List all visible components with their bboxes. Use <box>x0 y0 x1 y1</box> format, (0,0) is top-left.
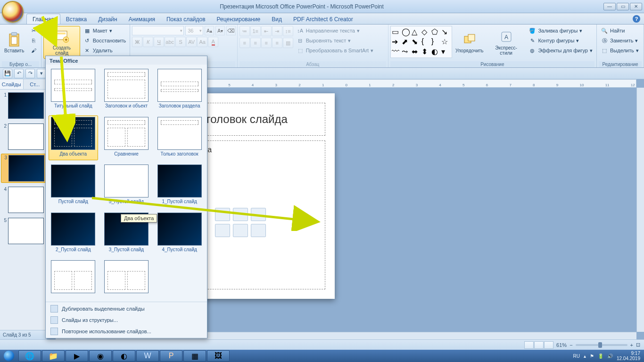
align-center-button[interactable]: ≡ <box>250 38 261 48</box>
shadow-button[interactable]: S <box>175 37 186 47</box>
tab-slideshow[interactable]: Показ слайдов <box>161 14 211 24</box>
insert-media-icon[interactable] <box>251 224 266 237</box>
taskbar-powerpoint[interactable]: P <box>160 350 182 362</box>
align-right-button[interactable]: ≡ <box>261 38 272 48</box>
slides-from-outline-item[interactable]: Слайды из структуры... <box>46 314 207 326</box>
indent-inc-button[interactable]: ⇥ <box>272 26 282 36</box>
reset-button[interactable]: ↺Восстановить <box>82 36 128 45</box>
minimize-button[interactable]: — <box>603 3 616 10</box>
find-button[interactable]: 🔍Найти <box>599 26 641 35</box>
paste-button[interactable]: Вставить <box>2 26 26 59</box>
insert-picture-icon[interactable] <box>215 224 230 237</box>
taskbar-app1[interactable]: ◐ <box>113 350 135 362</box>
save-button[interactable]: 💾 <box>3 69 12 78</box>
thumbnail-2[interactable]: 2 <box>1 123 46 151</box>
content-type-icons[interactable] <box>215 208 266 237</box>
zoom-out-button[interactable]: − <box>570 342 572 348</box>
arrange-button[interactable]: Упорядочить <box>454 26 486 59</box>
case-button[interactable]: Aa <box>197 37 207 47</box>
smartart-button[interactable]: ⬚Преобразовать в SmartArt ▾ <box>295 46 375 55</box>
new-slide-button[interactable]: ✦ Создать слайд <box>43 26 80 59</box>
taskbar-wmp[interactable]: ▶ <box>66 350 88 362</box>
close-button[interactable]: ✕ <box>630 3 642 10</box>
insert-table-icon[interactable] <box>215 208 230 221</box>
normal-view-button[interactable] <box>524 341 534 349</box>
layout-option-13[interactable] <box>102 259 151 299</box>
layout-option-4[interactable]: Сравнение <box>102 115 151 161</box>
slideshow-view-button[interactable] <box>544 341 553 349</box>
system-tray[interactable]: RU ▴ ⚑ 🔋 🔊 9:17 12.04.2019 <box>573 351 644 361</box>
reuse-slides-item[interactable]: Повторное использование слайдов... <box>46 326 207 337</box>
tab-review[interactable]: Рецензирование <box>211 14 266 24</box>
tray-icon-3[interactable]: 🔋 <box>598 354 603 359</box>
indent-dec-button[interactable]: ⇤ <box>261 26 272 36</box>
tab-view[interactable]: Вид <box>266 14 288 24</box>
shrink-font-button[interactable]: A▾ <box>215 26 225 35</box>
replace-button[interactable]: ⓐЗаменить ▾ <box>599 36 641 45</box>
layout-option-1[interactable]: Заголовок и объект <box>102 67 151 113</box>
qat-customize[interactable]: ▾ <box>37 69 46 78</box>
taskbar-chrome[interactable]: ◉ <box>89 350 112 362</box>
vertical-scrollbar[interactable] <box>636 88 644 332</box>
layout-option-8[interactable]: 1_Пустой слайд <box>155 163 204 208</box>
thumbnail-1[interactable]: 1 <box>1 91 46 120</box>
copy-button[interactable]: ⎘ <box>28 36 39 45</box>
shape-effects-button[interactable]: ◍Эффекты для фигур ▾ <box>527 46 594 55</box>
taskbar-word[interactable]: W <box>136 350 159 362</box>
tab-pdf[interactable]: PDF Architect 6 Creator <box>288 14 359 24</box>
align-text-button[interactable]: ⊟Выровнять текст ▾ <box>295 36 375 45</box>
zoom-in-button[interactable]: + <box>630 342 633 348</box>
clear-format-button[interactable]: ⌫ <box>226 26 236 35</box>
insert-clipart-icon[interactable] <box>233 224 248 237</box>
spacing-button[interactable]: AV <box>186 37 197 47</box>
zoom-slider[interactable] <box>576 344 627 346</box>
sorter-view-button[interactable] <box>534 341 544 349</box>
tab-insert[interactable]: Вставка <box>60 14 93 24</box>
grow-font-button[interactable]: A▴ <box>205 26 214 35</box>
tab-design[interactable]: Дизайн <box>92 14 123 24</box>
layout-option-5[interactable]: Только заголовок <box>155 115 204 161</box>
font-family-combo[interactable] <box>132 26 184 35</box>
taskbar-app3[interactable]: 🖼 <box>207 350 230 362</box>
slides-tab[interactable]: Слайды <box>0 79 24 89</box>
shape-outline-button[interactable]: ✎Контур фигуры ▾ <box>527 36 594 45</box>
tab-animation[interactable]: Анимация <box>123 14 161 24</box>
maximize-button[interactable]: ▭ <box>617 3 629 10</box>
shapes-gallery[interactable]: ▭◯△◇⬠↘ ➔⬈⬊{}☆ 〰⤳⬌⬍◐▾ <box>390 26 452 58</box>
bullets-button[interactable]: ≔ <box>239 26 250 36</box>
thumbnail-3[interactable]: 3 <box>1 154 46 183</box>
shape-fill-button[interactable]: 🪣Заливка фигуры ▾ <box>527 26 594 35</box>
tray-icon-2[interactable]: ⚑ <box>590 354 594 359</box>
taskbar-app2[interactable]: ▦ <box>183 350 206 362</box>
thumbnail-5[interactable]: 5 <box>1 217 46 245</box>
outline-tab[interactable]: Ст... <box>24 79 47 89</box>
tab-home[interactable]: Главная <box>26 14 60 24</box>
cut-button[interactable]: ✂ <box>28 26 39 35</box>
text-direction-button[interactable]: ↕AНаправление текста ▾ <box>295 26 375 35</box>
layout-option-12[interactable] <box>49 259 98 299</box>
layout-button[interactable]: ▦Макет ▾ <box>82 26 128 35</box>
fit-window-button[interactable]: ⊡ <box>636 342 640 348</box>
align-left-button[interactable]: ≡ <box>239 38 250 48</box>
layout-option-3[interactable]: Два объекта <box>49 115 98 161</box>
redo-button[interactable]: ↷ <box>25 69 35 78</box>
tray-icon-1[interactable]: ▴ <box>584 354 586 359</box>
layout-option-11[interactable]: 4_Пустой слайд <box>155 211 204 256</box>
justify-button[interactable]: ≡ <box>272 38 282 48</box>
italic-button[interactable]: К <box>143 37 153 47</box>
underline-button[interactable]: Ч <box>154 37 164 47</box>
help-button[interactable]: ? <box>633 15 640 23</box>
layout-option-7[interactable]: 5_Пустой слайд <box>102 163 151 208</box>
delete-slide-button[interactable]: ✕Удалить <box>82 46 128 55</box>
taskbar-ie[interactable]: 🌐 <box>18 350 41 362</box>
font-color-button[interactable]: A <box>208 37 218 47</box>
taskbar-explorer[interactable]: 📁 <box>42 350 65 362</box>
layout-option-0[interactable]: Титульный слайд <box>49 67 98 113</box>
insert-chart-icon[interactable] <box>233 208 248 221</box>
layout-option-9[interactable]: 2_Пустой слайд <box>49 211 98 256</box>
thumbnail-4[interactable]: 4 <box>1 186 46 214</box>
line-spacing-button[interactable]: ↕≡ <box>283 26 293 36</box>
tray-icon-4[interactable]: 🔊 <box>607 354 613 359</box>
numbering-button[interactable]: 1≡ <box>250 26 261 36</box>
font-size-combo[interactable]: 36 <box>185 26 203 35</box>
